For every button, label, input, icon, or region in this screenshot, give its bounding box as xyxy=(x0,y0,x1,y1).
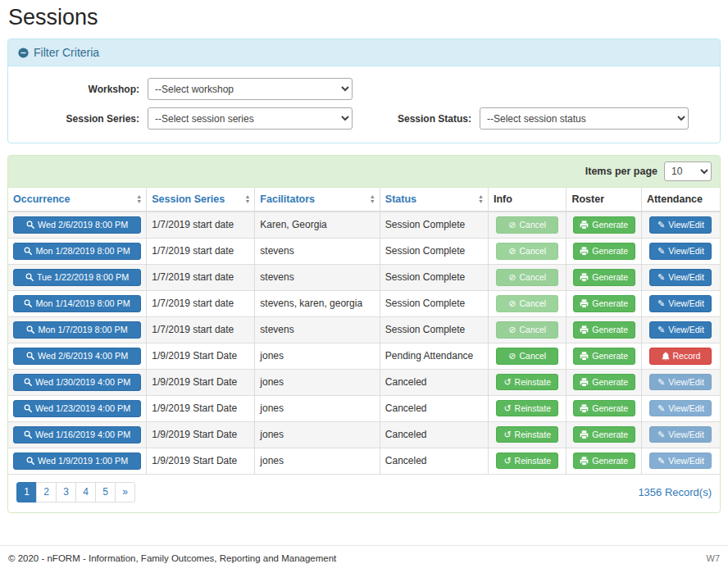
generate-button[interactable]: Generate xyxy=(573,400,635,417)
cancel-button[interactable]: ⊘Cancel xyxy=(496,216,558,234)
occurrence-button[interactable]: Wed 2/6/2019 8:00 PM xyxy=(13,216,141,234)
column-header-session-series[interactable]: Session Series▲▼ xyxy=(147,188,255,211)
occurrence-cell: Tue 1/22/2019 8:00 PM xyxy=(8,264,147,290)
occurrence-button[interactable]: Tue 1/22/2019 8:00 PM xyxy=(13,269,141,286)
facilitators-cell: jones xyxy=(255,369,380,395)
pagination-page-5[interactable]: 5 xyxy=(95,482,116,503)
generate-button[interactable]: Generate xyxy=(573,452,635,470)
cancel-button[interactable]: ⊘Cancel xyxy=(496,321,558,339)
footer-environment-label: W7 xyxy=(707,553,721,563)
view-edit-button[interactable]: ✎View/Edit xyxy=(649,295,712,312)
generate-button[interactable]: Generate xyxy=(573,321,635,339)
view-edit-button[interactable]: ✎View/Edit xyxy=(649,400,712,417)
status-cell: Canceled xyxy=(380,395,488,421)
status-cell: Session Complete xyxy=(380,238,488,264)
cancel-button[interactable]: ⊘Cancel xyxy=(496,269,558,286)
session-series-cell: 1/9/2019 Start Date xyxy=(147,448,255,474)
occurrence-button[interactable]: Wed 1/9/2019 1:00 PM xyxy=(13,452,141,470)
occurrence-button[interactable]: Mon 1/7/2019 8:00 PM xyxy=(13,321,141,339)
occurrence-button[interactable]: Mon 1/28/2019 8:00 PM xyxy=(13,243,141,260)
view-edit-button[interactable]: ✎View/Edit xyxy=(649,374,712,391)
items-per-page-select[interactable]: 10 xyxy=(664,161,712,181)
view-edit-button[interactable]: ✎View/Edit xyxy=(649,243,712,260)
ban-icon: ⊘ xyxy=(508,299,516,308)
facilitators-cell: jones xyxy=(255,421,380,448)
occurrence-cell: Wed 1/23/2019 4:00 PM xyxy=(8,395,147,421)
pagination-next-button[interactable]: » xyxy=(115,482,135,503)
button-label: View/Edit xyxy=(668,298,704,309)
workshop-select[interactable]: --Select workshop xyxy=(148,78,353,100)
occurrence-button[interactable]: Wed 1/30/2019 4:00 PM xyxy=(13,374,141,391)
undo-icon: ↺ xyxy=(503,430,511,439)
button-label: Reinstate xyxy=(515,456,551,466)
occurrence-button[interactable]: Wed 1/23/2019 4:00 PM xyxy=(13,400,141,417)
view-edit-button[interactable]: ✎View/Edit xyxy=(649,321,712,339)
facilitators-cell: stevens xyxy=(255,264,380,290)
generate-button[interactable]: Generate xyxy=(573,269,635,286)
generate-button[interactable]: Generate xyxy=(573,216,635,234)
table-row: Wed 1/9/2019 1:00 PM1/9/2019 Start Datej… xyxy=(8,448,720,474)
pagination-page-2[interactable]: 2 xyxy=(36,482,57,503)
button-label: Generate xyxy=(592,403,628,414)
view-edit-button[interactable]: ✎View/Edit xyxy=(649,269,712,286)
search-icon xyxy=(26,352,34,360)
column-header-facilitators[interactable]: Facilitators▲▼ xyxy=(255,188,380,211)
generate-button[interactable]: Generate xyxy=(573,243,635,260)
filter-criteria-title: Filter Criteria xyxy=(34,46,99,59)
reinstate-button[interactable]: ↺Reinstate xyxy=(496,426,558,443)
table-row: Wed 2/6/2019 8:00 PM1/7/2019 start dateK… xyxy=(8,211,720,238)
status-cell: Session Complete xyxy=(380,211,488,238)
session-status-select[interactable]: --Select session status xyxy=(480,107,689,130)
session-series-select[interactable]: --Select session series xyxy=(148,107,353,130)
facilitators-cell: jones xyxy=(255,343,380,369)
pagination-page-4[interactable]: 4 xyxy=(75,482,96,503)
pagination-page-1[interactable]: 1 xyxy=(16,482,37,503)
sort-icon: ▲▼ xyxy=(136,194,142,204)
session-series-cell: 1/9/2019 Start Date xyxy=(147,395,255,421)
table-row: Tue 1/22/2019 8:00 PM1/7/2019 start date… xyxy=(8,264,720,290)
generate-button[interactable]: Generate xyxy=(573,295,635,312)
cancel-button[interactable]: ⊘Cancel xyxy=(496,295,558,312)
collapse-minus-icon[interactable] xyxy=(18,48,29,58)
occurrence-label: Mon 1/7/2019 8:00 PM xyxy=(38,325,127,335)
session-series-cell: 1/9/2019 Start Date xyxy=(147,343,255,369)
ban-icon: ⊘ xyxy=(508,325,516,334)
view-edit-button[interactable]: ✎View/Edit xyxy=(649,452,712,470)
cancel-button[interactable]: ⊘Cancel xyxy=(496,348,558,365)
info-cell: ↺Reinstate xyxy=(488,448,566,474)
button-label: View/Edit xyxy=(668,325,704,335)
attendance-cell: ✎View/Edit xyxy=(641,395,720,421)
pencil-icon: ✎ xyxy=(657,430,665,439)
undo-icon: ↺ xyxy=(503,404,511,413)
column-header-status[interactable]: Status▲▼ xyxy=(380,188,488,211)
view-edit-button[interactable]: ✎View/Edit xyxy=(649,426,712,443)
table-toolbar: Items per page 10 xyxy=(8,156,720,188)
view-edit-button[interactable]: ✎View/Edit xyxy=(649,216,712,234)
occurrence-button[interactable]: Wed 1/16/2019 4:00 PM xyxy=(13,426,141,443)
info-cell: ⊘Cancel xyxy=(488,238,566,264)
reinstate-button[interactable]: ↺Reinstate xyxy=(496,452,558,470)
generate-button[interactable]: Generate xyxy=(573,426,635,443)
button-label: Generate xyxy=(592,377,628,388)
cancel-button[interactable]: ⊘Cancel xyxy=(496,243,558,260)
occurrence-button[interactable]: Mon 1/14/2019 8:00 PM xyxy=(13,295,141,312)
occurrence-cell: Wed 2/6/2019 4:00 PM xyxy=(8,343,147,369)
reinstate-button[interactable]: ↺Reinstate xyxy=(496,400,558,417)
roster-cell: Generate xyxy=(566,421,641,448)
filter-criteria-header[interactable]: Filter Criteria xyxy=(8,39,720,66)
pencil-icon: ✎ xyxy=(657,404,665,413)
search-icon xyxy=(26,457,34,465)
column-header-occurrence[interactable]: Occurrence▲▼ xyxy=(8,188,147,211)
occurrence-button[interactable]: Wed 2/6/2019 4:00 PM xyxy=(13,348,141,365)
generate-button[interactable]: Generate xyxy=(573,348,635,365)
record-button[interactable]: Record xyxy=(649,348,712,365)
sessions-table-panel: Items per page 10 Occurrence▲▼Session Se… xyxy=(7,155,721,513)
session-series-cell: 1/7/2019 start date xyxy=(147,238,255,264)
pagination-page-3[interactable]: 3 xyxy=(56,482,76,503)
generate-button[interactable]: Generate xyxy=(573,374,635,391)
reinstate-button[interactable]: ↺Reinstate xyxy=(496,374,558,391)
facilitators-cell: stevens xyxy=(255,238,380,264)
session-status-label: Session Status: xyxy=(353,113,480,125)
session-series-cell: 1/9/2019 Start Date xyxy=(147,421,255,448)
print-icon xyxy=(580,247,589,256)
